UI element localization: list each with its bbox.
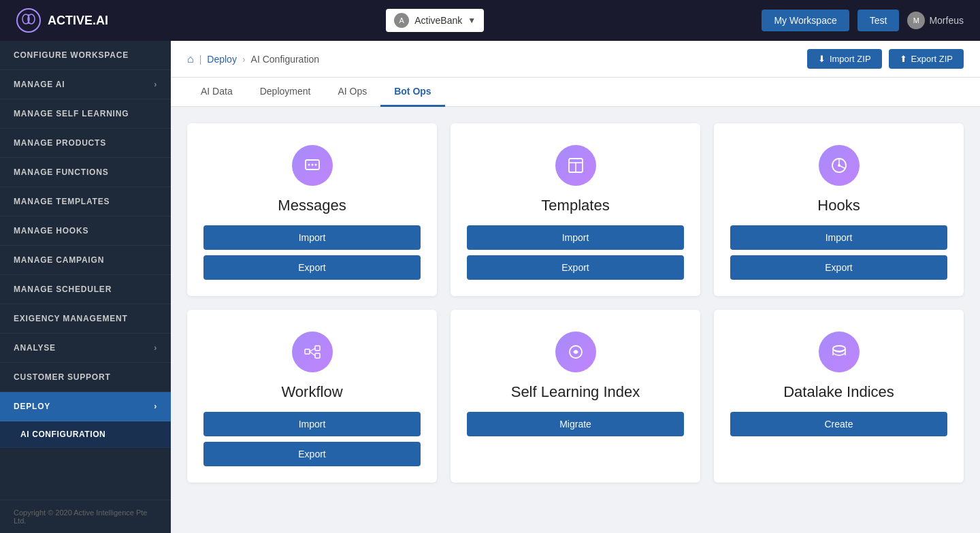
card-templates: Templates Import Export bbox=[451, 123, 700, 296]
datalake-actions: Create bbox=[730, 412, 947, 436]
brand-logo-icon bbox=[16, 8, 41, 33]
templates-icon bbox=[555, 145, 596, 186]
cards-grid: Messages Import Export bbox=[187, 123, 964, 483]
breadcrumb-separator-2: › bbox=[242, 54, 246, 65]
svg-line-19 bbox=[310, 352, 315, 356]
card-self-learning-index: Self Learning Index Migrate bbox=[451, 310, 700, 483]
sidebar-item-manage-ai[interactable]: MANAGE AI › bbox=[0, 70, 171, 99]
sidebar-item-deploy[interactable]: DEPLOY › bbox=[0, 392, 171, 421]
tabs-bar: AI Data Deployment AI Ops Bot Ops bbox=[171, 78, 980, 107]
self-learning-index-title: Self Learning Index bbox=[511, 383, 640, 401]
hooks-title: Hooks bbox=[817, 197, 860, 214]
my-workspace-button[interactable]: My Workspace bbox=[762, 10, 849, 31]
download-icon: ⬇ bbox=[818, 54, 826, 64]
brand: ACTIVE.AI bbox=[16, 8, 108, 33]
user-info: M Morfeus bbox=[907, 12, 964, 29]
messages-icon bbox=[292, 145, 333, 186]
main-content: ⌂ | Deploy › AI Configuration ⬇ Import Z… bbox=[171, 41, 980, 533]
hooks-actions: Import Export bbox=[730, 225, 947, 280]
self-learning-actions: Migrate bbox=[467, 412, 684, 436]
sidebar-item-exigency-management[interactable]: EXIGENCY MANAGEMENT bbox=[0, 304, 171, 334]
workspace-selector-area: A ActiveBank ▼ bbox=[386, 9, 484, 32]
workflow-import-button[interactable]: Import bbox=[203, 412, 421, 436]
sidebar-item-analyse[interactable]: ANALYSE › bbox=[0, 334, 171, 363]
sidebar-item-manage-products[interactable]: MANAGE PRODUCTS bbox=[0, 129, 171, 158]
breadcrumb: ⌂ | Deploy › AI Configuration bbox=[187, 53, 319, 65]
templates-actions: Import Export bbox=[467, 225, 684, 280]
breadcrumb-actions: ⬇ Import ZIP ⬆ Export ZIP bbox=[807, 49, 964, 69]
breadcrumb-bar: ⌂ | Deploy › AI Configuration ⬇ Import Z… bbox=[171, 41, 980, 78]
hooks-icon bbox=[819, 145, 860, 186]
card-workflow: Workflow Import Export bbox=[187, 310, 437, 483]
chevron-right-icon: › bbox=[154, 80, 157, 89]
tab-ai-data[interactable]: AI Data bbox=[187, 78, 246, 107]
svg-point-6 bbox=[311, 164, 313, 166]
workflow-actions: Import Export bbox=[203, 412, 421, 466]
svg-rect-17 bbox=[315, 353, 320, 358]
svg-point-7 bbox=[314, 164, 316, 166]
messages-export-button[interactable]: Export bbox=[203, 255, 421, 280]
workflow-export-button[interactable]: Export bbox=[203, 442, 421, 466]
card-messages: Messages Import Export bbox=[187, 123, 437, 296]
import-zip-button[interactable]: ⬇ Import ZIP bbox=[807, 49, 882, 69]
test-button[interactable]: Test bbox=[858, 10, 900, 31]
hooks-export-button[interactable]: Export bbox=[730, 255, 947, 280]
sidebar-item-manage-hooks[interactable]: MANAGE HOOKS bbox=[0, 216, 171, 246]
templates-import-button[interactable]: Import bbox=[467, 225, 684, 250]
brand-name: ACTIVE.AI bbox=[48, 14, 108, 28]
hooks-import-button[interactable]: Import bbox=[730, 225, 947, 250]
sidebar: CONFIGURE WORKSPACE MANAGE AI › MANAGE S… bbox=[0, 41, 171, 533]
sidebar-item-manage-functions[interactable]: MANAGE FUNCTIONS bbox=[0, 158, 171, 187]
sidebar-item-manage-self-learning[interactable]: MANAGE SELF LEARNING bbox=[0, 99, 171, 129]
workspace-name: ActiveBank bbox=[414, 15, 462, 26]
user-name: Morfeus bbox=[929, 15, 964, 26]
sidebar-item-manage-scheduler[interactable]: MANAGE SCHEDULER bbox=[0, 275, 171, 304]
content-area: Messages Import Export bbox=[171, 107, 980, 533]
tab-bot-ops[interactable]: Bot Ops bbox=[380, 78, 444, 107]
sidebar-item-customer-support[interactable]: CUSTOMER SUPPORT bbox=[0, 363, 171, 392]
datalake-create-button[interactable]: Create bbox=[730, 412, 947, 436]
card-hooks: Hooks Import Export bbox=[714, 123, 964, 296]
export-zip-button[interactable]: ⬆ Export ZIP bbox=[889, 49, 964, 69]
svg-line-18 bbox=[310, 349, 315, 352]
svg-point-5 bbox=[308, 164, 310, 166]
workspace-avatar-icon: A bbox=[394, 13, 409, 28]
svg-rect-16 bbox=[315, 346, 320, 351]
templates-title: Templates bbox=[541, 197, 609, 214]
sidebar-subitem-ai-configuration[interactable]: AI CONFIGURATION bbox=[0, 421, 171, 448]
card-datalake-indices: Datalake Indices Create bbox=[714, 310, 964, 483]
chevron-down-icon: ▼ bbox=[468, 16, 476, 25]
main-layout: CONFIGURE WORKSPACE MANAGE AI › MANAGE S… bbox=[0, 41, 980, 533]
workflow-title: Workflow bbox=[281, 383, 342, 401]
self-learning-icon bbox=[555, 332, 596, 372]
datalake-icon bbox=[819, 332, 860, 372]
messages-import-button[interactable]: Import bbox=[203, 225, 421, 250]
sidebar-footer: Copyright © 2020 Active Intelligence Pte… bbox=[0, 500, 171, 533]
chevron-right-icon: › bbox=[154, 343, 157, 353]
datalake-indices-title: Datalake Indices bbox=[783, 383, 894, 401]
templates-export-button[interactable]: Export bbox=[467, 255, 684, 280]
breadcrumb-current: AI Configuration bbox=[251, 54, 319, 65]
home-icon[interactable]: ⌂ bbox=[187, 53, 194, 65]
sidebar-item-manage-templates[interactable]: MANAGE TEMPLATES bbox=[0, 187, 171, 216]
upload-icon: ⬆ bbox=[900, 54, 907, 64]
svg-rect-15 bbox=[305, 349, 310, 354]
user-avatar: M bbox=[907, 12, 925, 29]
chevron-right-icon: › bbox=[154, 402, 157, 411]
workspace-dropdown[interactable]: A ActiveBank ▼ bbox=[386, 9, 484, 32]
svg-point-14 bbox=[838, 164, 840, 167]
top-nav: ACTIVE.AI A ActiveBank ▼ My Workspace Te… bbox=[0, 0, 980, 41]
breadcrumb-separator: | bbox=[199, 54, 202, 65]
workflow-icon bbox=[292, 332, 333, 372]
breadcrumb-deploy-link[interactable]: Deploy bbox=[207, 54, 237, 65]
messages-title: Messages bbox=[278, 197, 346, 214]
sidebar-item-manage-campaign[interactable]: MANAGE CAMPAIGN bbox=[0, 246, 171, 275]
tab-ai-ops[interactable]: AI Ops bbox=[324, 78, 380, 107]
sidebar-item-configure-workspace[interactable]: CONFIGURE WORKSPACE bbox=[0, 41, 171, 70]
topnav-right: My Workspace Test M Morfeus bbox=[762, 10, 964, 31]
tab-deployment[interactable]: Deployment bbox=[246, 78, 325, 107]
messages-actions: Import Export bbox=[203, 225, 421, 280]
svg-point-21 bbox=[574, 351, 577, 354]
self-learning-migrate-button[interactable]: Migrate bbox=[467, 412, 684, 436]
